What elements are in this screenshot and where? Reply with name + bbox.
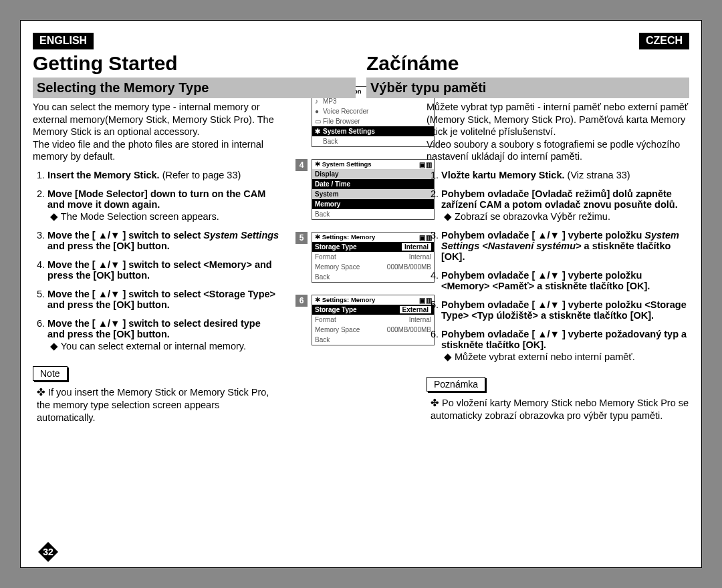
lang-badge-czech: CZECH (639, 33, 689, 49)
step-6-en: Move the [ ▲/▼ ] switch to select desire… (47, 318, 280, 351)
section-heading-cz: Výběr typu paměti (366, 78, 689, 98)
page-number-badge: 32 (38, 542, 58, 562)
note-label-cz: Poznámka (427, 377, 485, 392)
column-czech: CZECH Začínáme Výběr typu paměti Můžete … (361, 33, 689, 567)
manual-page: 3 Mode Selection ▣ ▥ ♪MP3 ●Voice Recorde… (20, 20, 702, 568)
note-text-en: If you insert the Memory Stick or Memory… (37, 386, 280, 424)
steps-list-cz: Vložte kartu Memory Stick. (Viz strana 3… (427, 170, 689, 362)
step-2-bullet-cz: Zobrazí se obrazovka Výběr režimu. (444, 211, 689, 222)
step-2-en: Move [Mode Selector] down to turn on the… (47, 188, 280, 222)
intro-text-cz: Můžete vybrat typ paměti - interní paměť… (427, 101, 689, 163)
step-3-cz: Pohybem ovladače [ ▲/▼ ] vyberte položku… (441, 230, 689, 262)
page-title-cz: Začínáme (366, 52, 689, 75)
step-4-en: Move the [ ▲/▼ ] switch to select <Memor… (47, 259, 280, 281)
step-6-bullet-cz: Můžete vybrat externí nebo interní paměť… (444, 351, 689, 362)
intro-text-en: You can select the memory type - interna… (33, 101, 280, 163)
lang-badge-english: ENGLISH (33, 33, 94, 49)
note-text-cz: Po vložení karty Memory Stick nebo Memor… (431, 397, 689, 422)
step-5-cz: Pohybem ovladače [ ▲/▼ ] vyberte položku… (441, 299, 689, 321)
section-heading-en: Selecting the Memory Type (33, 78, 356, 98)
page-title-en: Getting Started (33, 52, 356, 75)
step-3-en: Move the [ ▲/▼ ] switch to select System… (47, 230, 280, 251)
step-6-bullet-en: You can select external or internal memo… (50, 341, 280, 351)
step-6-cz: Pohybem ovladače [ ▲/▼ ] vyberte požadov… (441, 329, 689, 362)
step-5-en: Move the [ ▲/▼ ] switch to select <Stora… (47, 289, 280, 310)
step-2-bullet-en: The Mode Selection screen appears. (50, 211, 280, 222)
steps-list-en: Insert the Memory Stick. (Refer to page … (33, 170, 280, 351)
step-4-cz: Pohybem ovladače [ ▲/▼ ] vyberte položku… (441, 270, 689, 291)
step-1-en: Insert the Memory Stick. (Refer to page … (47, 170, 280, 180)
step-1-cz: Vložte kartu Memory Stick. (Viz strana 3… (441, 170, 689, 180)
step-2-cz: Pohybem ovladače [Ovladač režimů] dolů z… (441, 188, 689, 222)
column-english: ENGLISH Getting Started Selecting the Me… (33, 33, 361, 567)
note-label-en: Note (33, 366, 68, 381)
